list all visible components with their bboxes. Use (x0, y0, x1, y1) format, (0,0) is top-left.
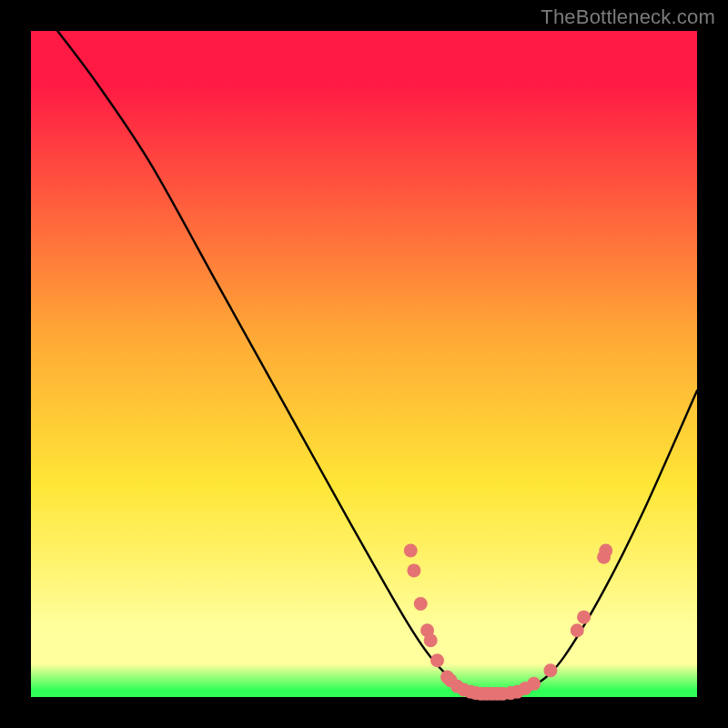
watermark-text: TheBottleneck.com (541, 5, 715, 29)
plot-area (31, 31, 697, 697)
curve-svg (31, 31, 697, 697)
curve-markers (404, 543, 612, 700)
curve-marker (577, 611, 591, 624)
curve-marker (430, 653, 444, 667)
bottleneck-curve (57, 31, 697, 695)
curve-marker (404, 543, 418, 557)
curve-marker (407, 563, 420, 577)
curve-marker (527, 677, 541, 691)
curve-marker (599, 543, 612, 557)
curve-marker (571, 623, 584, 637)
curve-marker (424, 633, 438, 647)
chart-frame: TheBottleneck.com (0, 0, 728, 728)
curve-marker (414, 597, 428, 611)
curve-marker (543, 663, 557, 677)
